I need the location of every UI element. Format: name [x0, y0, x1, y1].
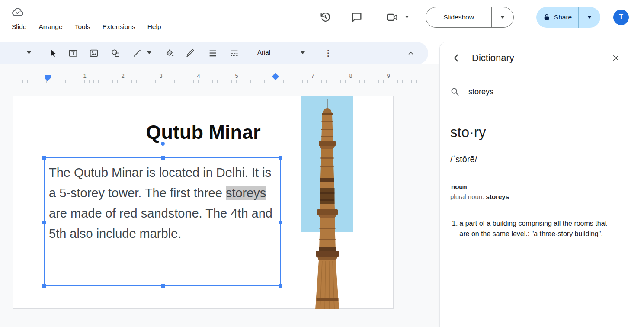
menu-slide[interactable]: Slide — [12, 21, 26, 33]
fill-color-tool[interactable] — [164, 48, 175, 59]
ruler: 1 2 3 4 5 6 7 8 9 — [0, 69, 428, 85]
slide-text-box[interactable]: The Qutub Minar is located in Delhi. It … — [44, 157, 281, 286]
close-panel-button[interactable] — [610, 52, 622, 64]
menu-help[interactable]: Help — [147, 21, 161, 33]
ruler-number: 1 — [80, 73, 89, 79]
body-text-after: are made of red sandstone. The 4th and 5… — [49, 206, 272, 240]
collapse-toolbar-icon[interactable] — [405, 48, 417, 59]
definition-text: a part of a building comprising all the … — [459, 218, 618, 239]
meet-camera-icon[interactable] — [386, 11, 398, 23]
dictionary-search-input[interactable] — [466, 84, 613, 99]
version-history-icon[interactable] — [319, 11, 331, 23]
back-arrow-icon[interactable] — [452, 52, 463, 64]
menu-extensions[interactable]: Extensions — [103, 21, 135, 33]
plural-value: storeys — [486, 193, 509, 200]
comments-icon[interactable] — [351, 11, 363, 23]
dictionary-pronunciation: /ˈstôrē/ — [450, 154, 477, 164]
slide-page[interactable]: Qutub Minar — [13, 96, 394, 309]
font-dropdown-icon[interactable] — [301, 51, 305, 54]
slideshow-button-group: Slideshow — [426, 7, 514, 28]
close-icon — [612, 54, 620, 62]
body-text-highlighted-word: storeys — [226, 186, 266, 200]
border-weight-tool[interactable] — [207, 48, 218, 59]
search-icon — [450, 87, 460, 96]
resize-handle-w[interactable] — [42, 221, 46, 224]
ruler-number: 5 — [232, 73, 241, 79]
resize-handle-ne[interactable] — [279, 156, 282, 160]
more-options-icon[interactable]: ⋮ — [323, 48, 334, 59]
insert-line-tool[interactable] — [131, 48, 143, 59]
border-dash-tool[interactable] — [229, 48, 240, 59]
plural-label: plural noun: — [450, 193, 486, 200]
app-header: Slide Arrange Tools Extensions Help Slid… — [0, 0, 644, 42]
slideshow-label: Slideshow — [443, 13, 474, 21]
insert-image-tool[interactable] — [88, 48, 99, 59]
font-family-select[interactable]: Arial — [257, 48, 270, 56]
share-label: Share — [554, 13, 572, 21]
toolbar: Arial ⋮ — [0, 42, 428, 64]
dictionary-word: sto·ry — [450, 124, 486, 141]
save-status-cloud-icon — [10, 6, 25, 19]
rotation-handle[interactable] — [161, 142, 165, 146]
menu-arrange[interactable]: Arrange — [38, 21, 62, 33]
panel-title: Dictionary — [472, 51, 514, 64]
ruler-number: 2 — [119, 73, 127, 79]
qutub-minar-image[interactable] — [301, 96, 353, 309]
dictionary-part-of-speech: noun — [451, 183, 467, 190]
slideshow-button[interactable]: Slideshow — [426, 7, 491, 27]
lock-icon — [543, 13, 551, 21]
share-button[interactable]: Share — [536, 7, 578, 28]
google-slides-app: Slide Arrange Tools Extensions Help Slid… — [0, 0, 644, 327]
share-dropdown-button[interactable] — [579, 7, 600, 28]
resize-handle-sw[interactable] — [42, 284, 46, 288]
ruler-number: 3 — [157, 73, 165, 79]
menubar: Slide Arrange Tools Extensions Help — [12, 21, 161, 33]
resize-handle-s[interactable] — [161, 284, 165, 288]
chevron-down-icon — [587, 16, 592, 19]
account-avatar[interactable]: T — [613, 10, 629, 25]
ruler-number: 8 — [346, 73, 355, 79]
share-button-group: Share — [536, 7, 600, 28]
border-color-tool[interactable] — [185, 48, 196, 59]
text-box-tool[interactable] — [67, 48, 79, 59]
ruler-number: 7 — [308, 73, 317, 79]
ruler-number: 9 — [384, 73, 393, 79]
toolbar-separator — [314, 48, 314, 58]
insert-shape-tool[interactable] — [110, 48, 121, 59]
resize-handle-n[interactable] — [161, 156, 165, 160]
dictionary-panel: Dictionary sto·ry /ˈstôrē/ noun plural n… — [439, 42, 644, 327]
resize-handle-nw[interactable] — [42, 156, 46, 160]
resize-handle-se[interactable] — [279, 284, 282, 288]
chevron-down-icon — [500, 16, 505, 19]
ruler-number: 4 — [194, 73, 203, 79]
resize-handle-e[interactable] — [279, 221, 282, 224]
ruler-ticks — [13, 80, 426, 83]
definition-number: 1. — [452, 218, 458, 239]
slide-body-text[interactable]: The Qutub Minar is located in Delhi. It … — [45, 158, 280, 244]
toolbar-separator — [248, 48, 248, 58]
slideshow-dropdown-button[interactable] — [492, 7, 513, 27]
select-cursor-tool[interactable] — [48, 48, 59, 59]
menu-tools[interactable]: Tools — [75, 21, 90, 33]
dictionary-plural-line: plural noun: storeys — [450, 193, 509, 200]
line-dropdown-icon[interactable] — [147, 51, 151, 54]
camera-dropdown-icon[interactable] — [405, 16, 409, 18]
dictionary-definition: 1. a part of a building comprising all t… — [452, 218, 618, 239]
editor-canvas: Qutub Minar — [0, 64, 439, 327]
zoom-dropdown-icon[interactable] — [27, 51, 31, 54]
search-underline — [440, 104, 634, 104]
